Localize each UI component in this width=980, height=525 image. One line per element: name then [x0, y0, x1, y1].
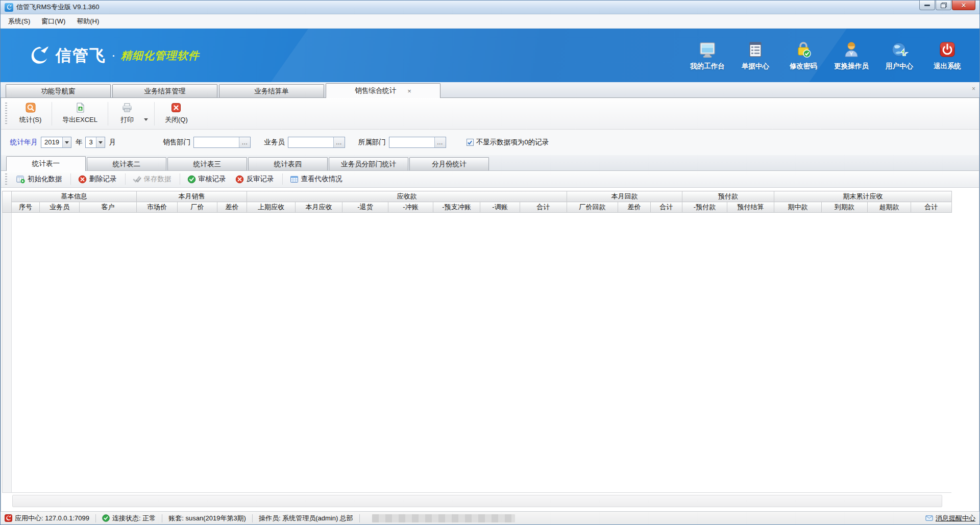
col-header[interactable]: 厂价回款 — [567, 202, 618, 213]
quick-action-user-center[interactable]: 用户中心 — [875, 37, 923, 74]
col-header[interactable]: 超期款 — [868, 202, 911, 213]
redacted-text-block — [372, 514, 515, 522]
col-header[interactable]: 客户 — [80, 202, 137, 213]
init-data-icon — [16, 175, 25, 184]
tab-settlement-doc[interactable]: 业务结算单 — [219, 84, 324, 97]
col-header[interactable]: 厂价 — [178, 202, 217, 213]
group-receivable[interactable]: 应收款 — [247, 191, 567, 202]
print-dropdown-caret-icon[interactable] — [144, 118, 148, 121]
col-header[interactable]: 合计 — [651, 202, 682, 213]
quick-action-exit-system[interactable]: 退出系统 — [923, 37, 971, 74]
col-header[interactable]: 期中款 — [774, 202, 822, 213]
month-select[interactable]: 3 — [85, 137, 105, 148]
message-center-link[interactable]: 消息提醒中心 — [925, 514, 975, 523]
menu-help[interactable]: 帮助(H) — [71, 14, 105, 29]
tabstrip-close-icon[interactable]: × — [972, 85, 975, 92]
excel-export-icon — [75, 103, 85, 113]
hide-zero-checkbox-wrap[interactable]: 不显示数据项为0的记录 — [467, 138, 552, 147]
group-month-payment[interactable]: 本月回款 — [567, 191, 682, 202]
minimize-button[interactable] — [919, 1, 935, 10]
menu-system[interactable]: 系统(S) — [3, 14, 36, 29]
col-header[interactable]: 预付结算 — [727, 202, 774, 213]
col-header[interactable]: -调账 — [480, 202, 520, 213]
grid-body-empty[interactable] — [2, 213, 951, 493]
init-data-button[interactable]: 初始化数据 — [12, 172, 66, 186]
envelope-icon — [925, 514, 933, 522]
quick-action-document-center[interactable]: 单据中心 — [731, 37, 779, 74]
save-data-button[interactable]: 保存数据 — [129, 172, 176, 186]
chevron-down-icon[interactable] — [96, 137, 105, 147]
quick-actions: 我的工作台 单据中心 修改密码 — [683, 37, 971, 74]
col-header[interactable]: 业务员 — [40, 202, 80, 213]
tab-label: 销售综合统计 — [355, 86, 396, 95]
window-controls: ✕ — [919, 1, 975, 10]
group-basic-info[interactable]: 基本信息 — [12, 191, 137, 202]
col-header[interactable]: 上期应收 — [247, 202, 296, 213]
subtab-table1[interactable]: 统计表一 — [6, 156, 86, 171]
col-header[interactable]: -冲账 — [388, 202, 433, 213]
chevron-down-icon[interactable] — [62, 137, 71, 147]
grid-row-gutter — [3, 213, 12, 492]
subtab-salesman-by-dept[interactable]: 业务员分部门统计 — [329, 157, 408, 170]
statistics-button[interactable]: 统计(S) — [12, 100, 48, 128]
col-header[interactable]: 差价 — [618, 202, 651, 213]
export-excel-button[interactable]: 导出EXCEL — [55, 100, 105, 128]
sales-dept-picker-button[interactable]: … — [239, 137, 250, 147]
col-header[interactable]: 合计 — [911, 202, 952, 213]
toolbar-grip — [5, 103, 7, 125]
hide-zero-checkbox[interactable] — [467, 139, 474, 146]
audit-record-icon — [187, 175, 196, 184]
brand-separator: · — [111, 47, 116, 63]
status-separator — [95, 514, 96, 522]
sales-dept-input[interactable] — [194, 137, 239, 147]
unaudit-record-button[interactable]: 反审记录 — [231, 172, 278, 186]
close-red-icon — [171, 103, 181, 113]
message-center-label: 消息提醒中心 — [936, 514, 975, 523]
col-header[interactable]: 合计 — [520, 202, 567, 213]
tab-sales-statistics[interactable]: 销售综合统计 × — [326, 83, 440, 98]
status-app-center: 应用中心: 127.0.0.1:7099 — [5, 514, 89, 523]
group-period-end-receivable[interactable]: 期末累计应收 — [774, 191, 952, 202]
main-toolbar: 统计(S) 导出EXCEL — [1, 98, 979, 130]
close-button[interactable]: ✕ — [952, 1, 975, 10]
tab-close-icon[interactable]: × — [407, 87, 411, 95]
quick-action-switch-operator[interactable]: 更换操作员 — [827, 37, 875, 74]
quick-action-label: 单据中心 — [742, 62, 769, 71]
tab-label: 业务结算单 — [254, 87, 289, 96]
unaudit-record-label: 反审记录 — [247, 174, 274, 184]
salesman-picker-button[interactable]: … — [333, 137, 345, 147]
col-header[interactable]: 到期款 — [822, 202, 868, 213]
year-select[interactable]: 2019 — [41, 137, 71, 148]
col-header[interactable]: -预支冲账 — [433, 202, 480, 213]
salesman-input[interactable] — [288, 137, 333, 147]
group-prepaid[interactable]: 预付款 — [682, 191, 774, 202]
group-month-sales[interactable]: 本月销售 — [137, 191, 247, 202]
delete-record-button[interactable]: 删除记录 — [74, 172, 121, 186]
col-header[interactable]: 市场价 — [137, 202, 178, 213]
subtab-table4[interactable]: 统计表四 — [248, 157, 328, 170]
subtab-table3[interactable]: 统计表三 — [167, 157, 247, 170]
subtab-table2[interactable]: 统计表二 — [87, 157, 166, 170]
col-header[interactable]: -预付款 — [682, 202, 727, 213]
close-tab-button[interactable]: 关闭(Q) — [158, 100, 195, 128]
restore-button[interactable] — [936, 1, 951, 10]
owner-dept-picker-button[interactable]: … — [434, 137, 446, 147]
audit-record-button[interactable]: 审核记录 — [183, 172, 230, 186]
col-header[interactable]: 序号 — [12, 202, 40, 213]
quick-action-workbench[interactable]: 我的工作台 — [683, 37, 731, 74]
menu-window[interactable]: 窗口(W) — [36, 14, 71, 29]
print-button[interactable]: 打印 — [111, 100, 143, 128]
subtab-by-month[interactable]: 分月份统计 — [409, 157, 489, 170]
view-collection-button[interactable]: 查看代收情况 — [286, 172, 347, 186]
tab-settlement-mgmt[interactable]: 业务结算管理 — [112, 84, 217, 97]
delete-record-icon — [78, 175, 87, 184]
col-header[interactable]: 本月应收 — [296, 202, 342, 213]
status-bar: 应用中心: 127.0.0.1:7099 连接状态: 正常 账套: susan(… — [1, 511, 979, 524]
quick-action-change-password[interactable]: 修改密码 — [779, 37, 827, 74]
col-header[interactable]: 差价 — [217, 202, 247, 213]
owner-dept-input[interactable] — [389, 137, 434, 147]
tab-function-nav[interactable]: 功能导航窗 — [6, 84, 111, 97]
tab-label: 功能导航窗 — [41, 87, 76, 96]
col-header[interactable]: -退货 — [342, 202, 388, 213]
lock-icon — [794, 40, 813, 59]
